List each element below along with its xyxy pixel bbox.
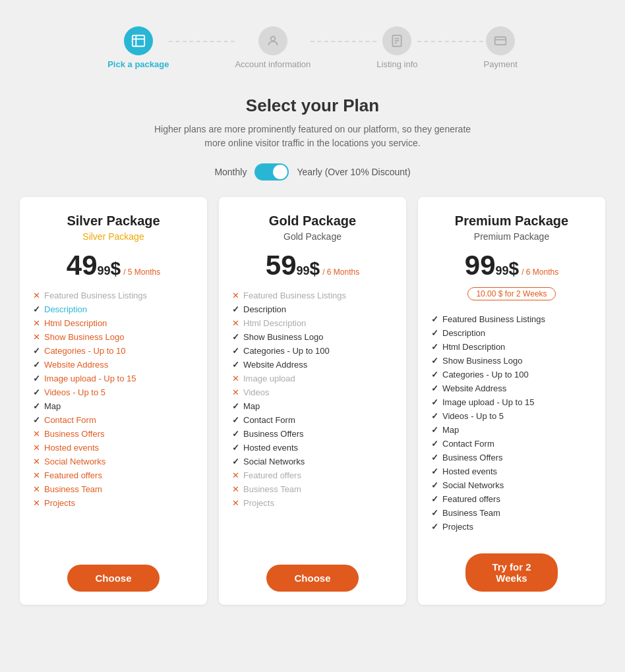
feature-item: ✕Featured offers [232, 468, 393, 482]
monthly-label: Monthly [214, 167, 247, 177]
feature-check-icon: ✓ [431, 494, 438, 504]
feature-check-icon: ✓ [431, 342, 438, 352]
feature-x-icon: ✕ [33, 457, 40, 466]
feature-item: ✓Map [431, 423, 592, 437]
feature-check-icon: ✓ [33, 374, 40, 383]
feature-item: ✓Videos - Up to 5 [431, 409, 592, 423]
feature-x-icon: ✕ [33, 443, 40, 453]
feature-x-icon: ✕ [232, 484, 239, 494]
feature-item: ✓Website Address [431, 381, 592, 395]
feature-x-icon: ✕ [33, 470, 40, 480]
feature-item: ✕Business Offers [33, 427, 194, 441]
feature-item: ✓Map [33, 399, 194, 413]
feature-item: ✓Description [232, 302, 393, 316]
step-line-2 [311, 41, 376, 42]
plan-price-silver: 4999$/ 5 Months [33, 252, 194, 279]
feature-item: ✓Website Address [232, 358, 393, 372]
feature-item: ✓Contact Form [33, 413, 194, 427]
feature-item: ✓Contact Form [431, 437, 592, 451]
feature-check-icon: ✓ [232, 457, 239, 466]
feature-x-icon: ✕ [232, 387, 239, 397]
feature-check-icon: ✓ [431, 439, 438, 449]
feature-item: ✕Show Business Logo [33, 330, 194, 344]
feature-check-icon: ✓ [33, 304, 40, 314]
step-pick[interactable]: Pick a package [107, 26, 169, 69]
price-period-gold: / 6 Months [322, 267, 359, 277]
feature-item: ✕Business Team [33, 482, 194, 496]
feature-item: ✕Projects [33, 496, 194, 510]
plan-price-premium: 9999$/ 6 Months [431, 252, 592, 279]
feature-item: ✓Featured offers [431, 492, 592, 506]
feature-check-icon: ✓ [232, 443, 239, 453]
feature-item: ✕Featured Business Listings [232, 289, 393, 302]
feature-item: ✕Videos [232, 385, 393, 399]
price-main-gold: 59 [266, 252, 297, 279]
step-listing-label: Listing info [376, 59, 417, 69]
page-title: Select your Plan [13, 96, 612, 116]
feature-item: ✓Html Description [431, 340, 592, 354]
feature-x-icon: ✕ [33, 484, 40, 494]
plan-subtitle-premium: Premium Package [431, 231, 592, 242]
price-currency-gold: $ [310, 258, 320, 279]
feature-item: ✓Description [33, 302, 194, 316]
feature-x-icon: ✕ [232, 291, 239, 300]
price-main-premium: 99 [465, 252, 496, 279]
plan-name-silver: Silver Package [33, 213, 194, 229]
feature-item: ✓Hosted events [232, 441, 393, 455]
feature-item: ✓Business Team [431, 506, 592, 520]
choose-button-gold[interactable]: Choose [266, 565, 359, 592]
billing-toggle[interactable] [254, 163, 289, 181]
feature-item: ✓Contact Form [232, 413, 393, 427]
plan-price-gold: 5999$/ 6 Months [232, 252, 393, 279]
feature-check-icon: ✓ [431, 328, 438, 338]
price-period-silver: / 5 Months [123, 267, 160, 277]
choose-button-silver[interactable]: Choose [67, 565, 160, 592]
svg-point-3 [271, 36, 276, 41]
price-sup-gold: 99 [297, 264, 310, 278]
plans-grid: Silver Package Silver Package 4999$/ 5 M… [13, 197, 612, 605]
feature-item: ✕Featured offers [33, 468, 194, 482]
billing-toggle-row: Monthly Yearly (Over 10% Discount) [13, 163, 612, 181]
feature-item: ✓Description [431, 326, 592, 340]
feature-check-icon: ✓ [431, 425, 438, 435]
plan-name-premium: Premium Package [431, 213, 592, 229]
feature-check-icon: ✓ [431, 453, 438, 462]
feature-item: ✕Social Networks [33, 455, 194, 468]
step-payment-label: Payment [483, 59, 517, 69]
feature-item: ✓Categories - Up to 100 [232, 344, 393, 358]
feature-list-premium: ✓Featured Business Listings✓Description✓… [431, 312, 592, 534]
feature-check-icon: ✓ [232, 346, 239, 356]
feature-check-icon: ✓ [431, 411, 438, 421]
feature-item: ✓Show Business Logo [431, 354, 592, 368]
plan-subtitle-gold: Gold Package [232, 231, 393, 242]
feature-item: ✕Featured Business Listings [33, 289, 194, 302]
feature-x-icon: ✕ [232, 374, 239, 383]
choose-button-premium[interactable]: Try for 2 Weeks [465, 553, 558, 592]
feature-check-icon: ✓ [431, 522, 438, 532]
feature-x-icon: ✕ [33, 332, 40, 342]
feature-item: ✓Show Business Logo [232, 330, 393, 344]
feature-item: ✓Website Address [33, 358, 194, 372]
feature-item: ✓Categories - Up to 10 [33, 344, 194, 358]
feature-check-icon: ✓ [431, 314, 438, 324]
step-line-1 [169, 41, 235, 42]
feature-check-icon: ✓ [232, 332, 239, 342]
feature-item: ✕Business Team [232, 482, 393, 496]
price-currency-silver: $ [111, 258, 121, 279]
price-sup-premium: 99 [496, 264, 509, 278]
feature-list-gold: ✕Featured Business Listings✓Description✕… [232, 289, 393, 545]
feature-check-icon: ✓ [431, 397, 438, 407]
step-account[interactable]: Account information [235, 26, 311, 69]
price-currency-premium: $ [509, 258, 520, 279]
feature-check-icon: ✓ [232, 304, 239, 314]
feature-check-icon: ✓ [431, 466, 438, 476]
plan-card-gold: Gold Package Gold Package 5999$/ 6 Month… [219, 197, 406, 605]
step-payment[interactable]: Payment [483, 26, 517, 69]
feature-x-icon: ✕ [33, 498, 40, 508]
step-listing[interactable]: Listing info [376, 26, 417, 69]
feature-item: ✓Featured Business Listings [431, 312, 592, 326]
svg-rect-0 [133, 36, 144, 47]
feature-item: ✕Projects [232, 496, 393, 510]
feature-check-icon: ✓ [431, 508, 438, 518]
page-subtitle: Higher plans are more prominently featur… [148, 123, 477, 150]
